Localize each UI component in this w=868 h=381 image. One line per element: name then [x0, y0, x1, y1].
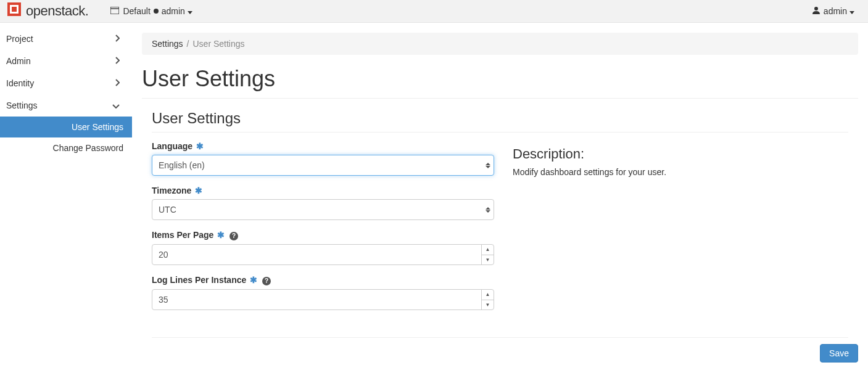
sidebar-group-label: Admin — [6, 56, 31, 66]
section-title: User Settings — [152, 110, 848, 127]
label-text: Items Per Page — [152, 230, 213, 240]
context-selector[interactable]: Default admin — [110, 6, 196, 16]
sidebar-subnav-settings: User Settings Change Password — [0, 117, 132, 158]
description-panel: Description: Modify dashboard settings f… — [513, 141, 848, 320]
required-star-icon: ✱ — [195, 186, 202, 195]
svg-marker-10 — [486, 207, 490, 210]
sidebar: Project Admin Identity Settings Use — [0, 23, 132, 381]
page-title: User Settings — [142, 66, 858, 92]
help-icon[interactable]: ? — [229, 232, 238, 240]
label-text: Log Lines Per Instance — [152, 275, 246, 285]
sidebar-group-label: Settings — [6, 100, 38, 110]
timezone-select[interactable]: UTC — [152, 199, 494, 220]
breadcrumb: Settings / User Settings — [142, 33, 858, 55]
user-menu[interactable]: admin — [812, 6, 858, 16]
log-lines-value: 35 — [152, 290, 481, 309]
chevron-right-icon — [115, 78, 120, 88]
horizontal-rule — [152, 132, 848, 133]
svg-marker-8 — [486, 163, 490, 165]
svg-rect-2 — [12, 7, 17, 12]
breadcrumb-current: User Settings — [192, 39, 244, 49]
stepper-icon: ▲ ▼ — [481, 245, 494, 264]
openstack-logo-icon — [7, 2, 26, 20]
svg-marker-9 — [486, 166, 490, 168]
dot-separator-icon — [154, 9, 159, 14]
chevron-down-icon — [112, 100, 120, 110]
horizontal-rule — [142, 98, 858, 99]
items-per-page-input[interactable]: 20 ▲ ▼ — [152, 244, 494, 265]
context-project: admin — [162, 6, 185, 16]
label-text: Language — [152, 141, 192, 151]
context-domain: Default — [123, 6, 150, 16]
required-star-icon: ✱ — [196, 141, 204, 151]
step-down-button[interactable]: ▼ — [482, 300, 494, 310]
sidebar-group-admin[interactable]: Admin — [0, 50, 132, 72]
step-up-button[interactable]: ▲ — [482, 290, 494, 300]
items-per-page-value: 20 — [152, 245, 481, 264]
select-toggle-icon — [482, 155, 494, 175]
required-star-icon: ✱ — [250, 275, 257, 285]
sidebar-item-label: Change Password — [53, 143, 123, 153]
stepper-icon: ▲ ▼ — [481, 290, 494, 309]
select-toggle-icon — [482, 200, 494, 219]
sidebar-group-project[interactable]: Project — [0, 28, 132, 50]
user-menu-name: admin — [824, 6, 847, 16]
sidebar-group-settings[interactable]: Settings — [0, 94, 132, 117]
breadcrumb-separator: / — [187, 39, 189, 49]
window-icon — [110, 6, 123, 16]
sidebar-item-label: User Settings — [72, 122, 123, 132]
svg-marker-7 — [849, 11, 854, 14]
timezone-value: UTC — [152, 200, 482, 219]
chevron-right-icon — [115, 56, 120, 66]
sidebar-group-label: Identity — [6, 78, 34, 88]
svg-marker-11 — [486, 210, 490, 213]
breadcrumb-root[interactable]: Settings — [152, 39, 183, 49]
log-lines-input[interactable]: 35 ▲ ▼ — [152, 289, 494, 310]
caret-down-icon — [849, 6, 858, 16]
description-heading: Description: — [513, 146, 848, 162]
help-icon[interactable]: ? — [262, 277, 271, 285]
sidebar-group-label: Project — [6, 34, 33, 44]
svg-rect-3 — [110, 7, 119, 14]
horizontal-rule — [152, 337, 848, 338]
form: Language ✱ English (en) — [152, 141, 494, 320]
user-icon — [812, 6, 824, 16]
svg-point-6 — [814, 7, 818, 10]
brand[interactable]: openstack. — [0, 2, 96, 20]
label-text: Timezone — [152, 186, 191, 195]
language-label: Language ✱ — [152, 141, 494, 151]
svg-marker-5 — [188, 11, 192, 14]
brand-name: openstack. — [26, 3, 88, 19]
sidebar-group-identity[interactable]: Identity — [0, 72, 132, 94]
caret-down-icon — [188, 6, 196, 16]
items-per-page-label: Items Per Page ✱ ? — [152, 230, 494, 240]
description-text: Modify dashboard settings for your user. — [513, 167, 848, 177]
step-up-button[interactable]: ▲ — [482, 245, 494, 255]
required-star-icon: ✱ — [217, 230, 225, 240]
language-value: English (en) — [152, 155, 482, 175]
main: Settings / User Settings User Settings U… — [132, 23, 868, 381]
sidebar-item-user-settings[interactable]: User Settings — [0, 117, 132, 137]
save-button[interactable]: Save — [820, 344, 858, 363]
chevron-right-icon — [115, 34, 120, 44]
timezone-label: Timezone ✱ — [152, 186, 494, 195]
language-select[interactable]: English (en) — [152, 155, 494, 176]
step-down-button[interactable]: ▼ — [482, 255, 494, 265]
log-lines-label: Log Lines Per Instance ✱ ? — [152, 275, 494, 285]
topbar: openstack. Default admin admin — [0, 0, 868, 23]
sidebar-item-change-password[interactable]: Change Password — [0, 137, 132, 158]
